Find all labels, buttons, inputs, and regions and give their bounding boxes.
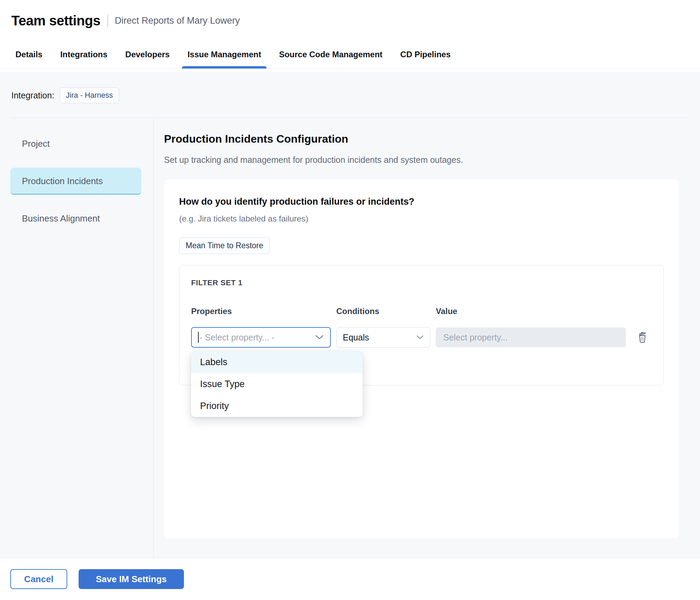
integration-chip[interactable]: Jira - Harness [60, 87, 119, 103]
dropdown-option-labels[interactable]: Labels [191, 351, 363, 373]
text-cursor [198, 332, 199, 343]
filter-set-title: FILTER SET 1 [191, 278, 652, 287]
tab-source-code-management[interactable]: Source Code Management [279, 50, 382, 68]
delete-filter-button[interactable] [638, 327, 647, 348]
page-title: Team settings [11, 13, 101, 28]
tab-developers-label: Developers [125, 50, 170, 59]
trash-icon [638, 332, 647, 343]
integration-label: Integration: [11, 91, 54, 100]
save-im-settings-button[interactable]: Save IM Settings [79, 569, 184, 589]
sidebar-item-project[interactable]: Project [10, 130, 141, 157]
identify-hint: (e.g. Jira tickets labeled as failures) [179, 214, 664, 224]
sidebar-item-production-incidents[interactable]: Production Incidents [10, 168, 141, 195]
tab-details[interactable]: Details [15, 50, 43, 68]
property-select-placeholder: - Select property... - [200, 333, 275, 343]
main-subtitle: Set up tracking and management for produ… [164, 155, 679, 165]
title-separator [107, 15, 108, 27]
property-select[interactable]: - Select property... - [191, 327, 331, 348]
value-cell [436, 327, 626, 348]
tab-cd-pipelines[interactable]: CD Pipelines [400, 50, 451, 68]
mean-time-to-restore-chip[interactable]: Mean Time to Restore [179, 237, 270, 254]
tab-details-label: Details [15, 50, 43, 59]
integration-row: Integration: Jira - Harness [0, 72, 700, 103]
tab-issue-management-label: Issue Management [187, 50, 261, 59]
dropdown-option-issue-type[interactable]: Issue Type [191, 373, 363, 395]
dropdown-option-priority[interactable]: Priority [191, 395, 363, 417]
chevron-down-icon [416, 335, 424, 340]
filter-grid: Properties Conditions Value - Select pro… [191, 307, 652, 348]
title-row: Team settings Direct Reports of Mary Low… [0, 0, 700, 28]
identify-question: How do you identify production failures … [179, 196, 664, 207]
main-panel: Production Incidents Configuration Set u… [154, 118, 700, 558]
chevron-down-icon [315, 335, 324, 340]
cancel-button[interactable]: Cancel [10, 569, 67, 589]
sidebar-item-business-alignment[interactable]: Business Alignment [10, 205, 141, 232]
tab-developers[interactable]: Developers [125, 50, 170, 68]
settings-sidebar: Project Production Incidents Business Al… [0, 118, 154, 558]
page-header: Team settings Direct Reports of Mary Low… [0, 0, 700, 72]
tab-cd-pipelines-label: CD Pipelines [400, 50, 451, 59]
active-tab-underline [182, 66, 267, 69]
value-column-label: Value [436, 307, 626, 316]
conditions-column-label: Conditions [336, 307, 430, 316]
tab-source-code-management-label: Source Code Management [279, 50, 382, 59]
main-title: Production Incidents Configuration [164, 133, 679, 145]
page-subtitle: Direct Reports of Mary Lowery [115, 15, 240, 26]
tab-integrations[interactable]: Integrations [60, 50, 107, 68]
properties-cell: - Select property... - Labels Issue Type… [191, 327, 331, 348]
footer-action-bar: Cancel Save IM Settings [0, 558, 700, 600]
condition-select-value: Equals [343, 333, 369, 343]
content-area: Integration: Jira - Harness Project Prod… [0, 72, 700, 558]
incidents-config-card: How do you identify production failures … [164, 179, 679, 539]
value-input[interactable] [436, 327, 626, 347]
tab-bar: Details Integrations Developers Issue Ma… [0, 50, 700, 69]
settings-body: Project Production Incidents Business Al… [0, 118, 700, 558]
tab-issue-management[interactable]: Issue Management [187, 50, 261, 68]
conditions-cell: Equals [336, 327, 430, 348]
condition-select[interactable]: Equals [336, 327, 430, 348]
tab-integrations-label: Integrations [60, 50, 107, 59]
filter-set-panel: FILTER SET 1 Properties Conditions Value… [179, 265, 664, 385]
actions-column-spacer [631, 307, 652, 316]
property-dropdown-menu: Labels Issue Type Priority [191, 351, 363, 417]
actions-cell [631, 327, 652, 348]
properties-column-label: Properties [191, 307, 331, 316]
